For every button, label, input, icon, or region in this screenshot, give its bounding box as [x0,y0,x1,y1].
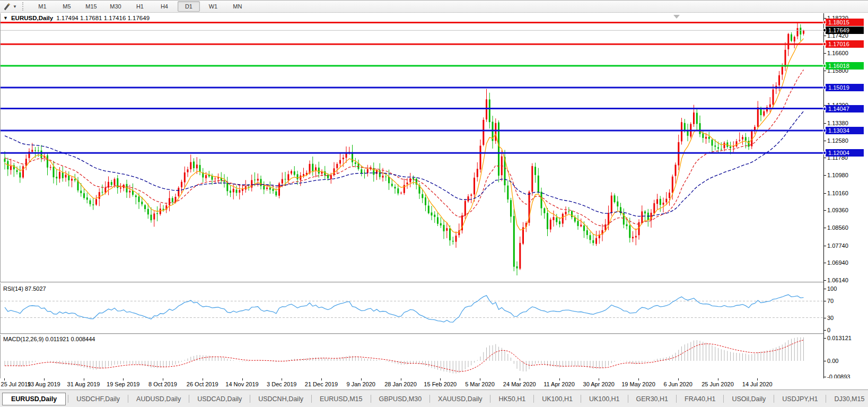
tab-usoil-daily[interactable]: USOil,Daily [725,393,773,405]
date-axis-tick [361,378,362,380]
tab-divider [774,395,774,403]
tab-usdcad-daily[interactable]: USDCAD,Daily [190,393,249,405]
rsi-line [5,295,804,322]
chart-ohlc-values: 1.17494 1.17681 1.17416 1.17649 [56,15,150,21]
price-axis[interactable]: 1.182201.174201.166001.158001.150001.142… [823,13,868,389]
date-axis-label: 31 Aug 2019 [67,381,100,387]
chart-menu-arrow-icon[interactable]: ▼ [3,15,8,21]
chart-shift-marker-icon [673,15,680,19]
price-axis-tick: 1.08560 [827,224,848,231]
price-axis-tick: 1.10160 [827,190,848,196]
draw-tool-icon[interactable] [2,2,12,11]
tab-xauusd-daily[interactable]: XAUUSD,Daily [431,393,489,405]
mid-ma-line [5,70,804,226]
tab-divider [189,395,189,403]
timeframe-button-m15[interactable]: M15 [80,1,102,12]
price-line-label-1.13034: 1.13034 [826,127,864,134]
price-axis-tick: 1.10980 [827,172,848,178]
tab-audusd-daily[interactable]: AUDUSD,Daily [129,393,188,405]
date-axis-tick [4,378,5,380]
date-axis-label: 25 Jul 2019 [1,381,31,387]
rsi-chart-canvas[interactable] [1,283,823,333]
tab-divider [128,395,128,403]
tab-divider [490,395,490,403]
date-axis-tick [203,378,203,380]
date-axis-label: 19 May 2020 [621,381,655,387]
date-axis-tick [123,378,124,380]
macd-signal-line [5,340,804,371]
price-chart-canvas[interactable] [1,13,823,282]
tab-divider [723,395,724,403]
fast-ma-line [5,39,804,236]
date-axis-tick [480,378,480,380]
tab-divider [311,395,312,403]
tab-fra40-h1[interactable]: FRA40,H1 [678,393,722,405]
timeframe-button-m5[interactable]: M5 [56,1,78,12]
date-axis-label: 9 Jan 2020 [347,381,375,387]
tab-eurusd-m15[interactable]: EURUSD,M15 [313,393,370,405]
price-line-label-1.16018: 1.16018 [826,62,864,70]
timeframe-toolbar: ▼ M1M5M15M30H1H4D1W1MN [0,1,868,13]
tab-divider [676,395,677,403]
tab-divider [68,395,68,403]
tab-uk100-h1[interactable]: UK100,H1 [535,393,580,405]
tab-hk50-h1[interactable]: HK50,H1 [492,393,532,405]
macd-chart-canvas[interactable] [1,334,823,378]
rsi-axis-tick: 100 [827,285,837,292]
date-axis-label: 21 Dec 2019 [305,381,338,387]
price-axis-tick: 1.06140 [827,277,848,283]
date-axis-tick [559,378,560,380]
price-axis-tick: 1.06940 [827,259,848,266]
date-axis-label: 6 Jun 2020 [664,381,692,387]
date-axis-tick [599,378,599,380]
timeframe-button-m1[interactable]: M1 [31,1,54,12]
rsi-axis-tick: 70 [827,298,834,304]
price-line-label-1.12004: 1.12004 [826,149,864,157]
price-axis-tick: 1.16600 [827,50,848,56]
date-axis-tick [520,378,520,380]
price-line-label-1.18015: 1.18015 [826,19,864,26]
chart-symbol-label: EURUSD,Daily [11,15,53,21]
date-axis-label: 30 Apr 2020 [583,381,615,387]
tab-usdcnh-daily[interactable]: USDCNH,Daily [251,393,310,405]
price-line-label-1.17016: 1.17016 [826,40,864,48]
rsi-axis-tick: 30 [827,315,834,321]
tab-divider [533,395,534,403]
timeframe-button-h4[interactable]: H4 [153,1,176,12]
tab-divider [581,395,581,403]
macd-indicator-label: MACD(12,26,9) 0.011921 0.008444 [3,336,95,342]
price-line-label-1.14047: 1.14047 [826,105,864,112]
tab-uk100-h1[interactable]: UK100,H1 [582,393,627,405]
tab-divider [628,395,628,403]
toolbar-grip-handle[interactable] [22,2,25,11]
date-axis-label: 8 Oct 2019 [148,381,177,387]
date-axis-label: 14 Nov 2019 [225,381,258,387]
current-price-label: 1.17649 [826,27,864,34]
timeframe-button-d1[interactable]: D1 [178,1,200,12]
tab-usdchf-daily[interactable]: USDCHF,Daily [69,393,127,405]
tab-eurusd-daily[interactable]: EURUSD,Daily [2,393,66,405]
timeframe-button-mn[interactable]: MN [226,1,249,12]
timeframe-button-m30[interactable]: M30 [104,1,127,12]
tab-dj30-m15[interactable]: DJ30,M15 [827,393,868,405]
date-axis-tick [440,378,441,380]
chart-tab-bar: EURUSD,DailyUSDCHF,DailyAUDUSD,DailyUSDC… [0,389,868,407]
tab-divider [250,395,250,403]
tab-usdjpy-h1[interactable]: USDJPY,H1 [775,393,825,405]
tab-divider [429,395,430,403]
price-axis-tick: 1.09360 [827,207,848,213]
rsi-indicator-label: RSI(14) 87.5027 [3,285,46,292]
date-axis-tick [718,378,718,380]
date-axis-tick [282,378,282,380]
date-axis-tick [44,378,45,380]
date-axis-tick [84,378,84,380]
timeframe-button-w1[interactable]: W1 [202,1,224,12]
draw-tool-caret-icon[interactable]: ▼ [13,4,17,9]
tab-ger30-h1[interactable]: GER30,H1 [629,393,675,405]
timeframe-button-h1[interactable]: H1 [129,1,151,12]
tab-gbpusd-m30[interactable]: GBPUSD,M30 [372,393,429,405]
date-axis[interactable]: 25 Jul 201913 Aug 201931 Aug 201919 Sep … [0,378,868,389]
date-axis-tick [242,378,243,380]
macd-axis-tick: 0.00 [827,358,838,364]
chart-tabs: EURUSD,DailyUSDCHF,DailyAUDUSD,DailyUSDC… [2,393,868,405]
